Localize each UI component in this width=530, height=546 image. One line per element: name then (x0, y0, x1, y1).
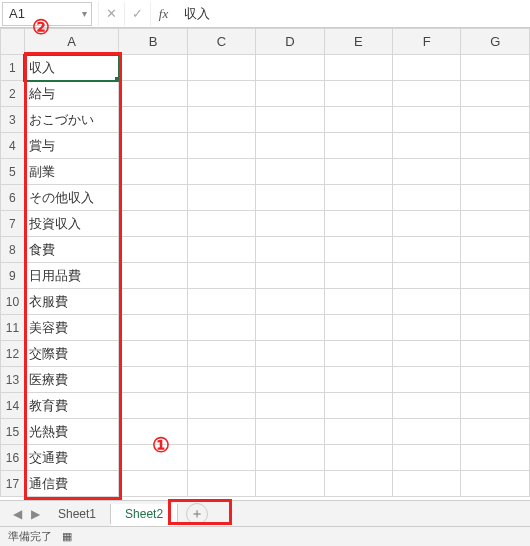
cell[interactable] (393, 159, 461, 185)
cell[interactable] (119, 185, 187, 211)
cell[interactable] (393, 393, 461, 419)
cell[interactable]: 光熱費 (24, 419, 119, 445)
cell[interactable] (256, 185, 324, 211)
cell[interactable]: 収入 (24, 55, 119, 81)
cell[interactable] (119, 445, 187, 471)
cell[interactable] (256, 107, 324, 133)
cell[interactable] (393, 81, 461, 107)
cell[interactable] (119, 133, 187, 159)
cell[interactable] (393, 367, 461, 393)
cell[interactable] (324, 55, 392, 81)
col-header-F[interactable]: F (393, 29, 461, 55)
cell[interactable] (461, 81, 530, 107)
row-header[interactable]: 4 (1, 133, 25, 159)
tab-nav-prev[interactable]: ◀ (8, 507, 26, 521)
cell[interactable] (256, 341, 324, 367)
cell[interactable] (119, 315, 187, 341)
cell[interactable] (187, 445, 255, 471)
cell[interactable] (119, 367, 187, 393)
fill-handle[interactable] (115, 77, 119, 81)
row-header[interactable]: 5 (1, 159, 25, 185)
cell[interactable] (256, 289, 324, 315)
cell[interactable] (119, 393, 187, 419)
cell[interactable] (324, 315, 392, 341)
cell[interactable] (119, 263, 187, 289)
cell[interactable] (119, 237, 187, 263)
cell[interactable]: 教育費 (24, 393, 119, 419)
tab-nav-next[interactable]: ▶ (26, 507, 44, 521)
row-header[interactable]: 14 (1, 393, 25, 419)
cell[interactable] (119, 471, 187, 497)
cell[interactable] (187, 471, 255, 497)
cell[interactable] (461, 445, 530, 471)
cell[interactable]: 日用品費 (24, 263, 119, 289)
cell[interactable] (324, 341, 392, 367)
cell[interactable] (324, 445, 392, 471)
row-header[interactable]: 13 (1, 367, 25, 393)
cell[interactable] (187, 159, 255, 185)
cell[interactable] (461, 471, 530, 497)
cell[interactable] (119, 419, 187, 445)
cell[interactable] (393, 237, 461, 263)
col-header-G[interactable]: G (461, 29, 530, 55)
cell[interactable] (187, 81, 255, 107)
cell[interactable] (256, 419, 324, 445)
cell[interactable] (461, 289, 530, 315)
cell[interactable] (393, 133, 461, 159)
cell[interactable] (187, 133, 255, 159)
row-header[interactable]: 11 (1, 315, 25, 341)
cell[interactable] (187, 55, 255, 81)
cell[interactable] (256, 55, 324, 81)
formula-input[interactable]: 収入 (176, 2, 530, 26)
cell[interactable] (119, 55, 187, 81)
cell[interactable] (187, 393, 255, 419)
cell[interactable] (324, 367, 392, 393)
row-header[interactable]: 2 (1, 81, 25, 107)
cell[interactable] (187, 419, 255, 445)
cell[interactable] (461, 107, 530, 133)
row-header[interactable]: 10 (1, 289, 25, 315)
cell[interactable] (324, 289, 392, 315)
col-header-C[interactable]: C (187, 29, 255, 55)
cell[interactable] (393, 55, 461, 81)
cell[interactable] (256, 367, 324, 393)
fx-button[interactable]: fx (150, 2, 176, 26)
cell[interactable]: 美容費 (24, 315, 119, 341)
cell[interactable]: 医療費 (24, 367, 119, 393)
cell[interactable] (461, 393, 530, 419)
cell[interactable]: 通信費 (24, 471, 119, 497)
cell[interactable] (324, 237, 392, 263)
cell[interactable] (393, 211, 461, 237)
cell[interactable] (393, 289, 461, 315)
col-header-E[interactable]: E (324, 29, 392, 55)
cell[interactable]: 交通費 (24, 445, 119, 471)
cell[interactable] (324, 81, 392, 107)
cell[interactable] (393, 419, 461, 445)
row-header[interactable]: 8 (1, 237, 25, 263)
col-header-A[interactable]: A (24, 29, 119, 55)
cell[interactable] (393, 445, 461, 471)
confirm-button[interactable]: ✓ (124, 2, 150, 26)
cell[interactable] (256, 211, 324, 237)
cell[interactable] (187, 263, 255, 289)
cell[interactable] (324, 133, 392, 159)
cell[interactable] (256, 445, 324, 471)
tab-sheet2[interactable]: Sheet2 (111, 504, 178, 526)
cell[interactable] (324, 159, 392, 185)
row-header[interactable]: 6 (1, 185, 25, 211)
row-header[interactable]: 12 (1, 341, 25, 367)
cell[interactable] (461, 367, 530, 393)
cell[interactable] (119, 341, 187, 367)
cell[interactable] (461, 211, 530, 237)
cell[interactable] (256, 133, 324, 159)
cell[interactable] (256, 237, 324, 263)
cell[interactable] (461, 237, 530, 263)
cell[interactable] (256, 263, 324, 289)
cell[interactable] (324, 471, 392, 497)
row-header[interactable]: 7 (1, 211, 25, 237)
cell[interactable] (256, 471, 324, 497)
cell[interactable]: その他収入 (24, 185, 119, 211)
cell[interactable] (119, 81, 187, 107)
cell[interactable] (324, 211, 392, 237)
cell[interactable]: 副業 (24, 159, 119, 185)
